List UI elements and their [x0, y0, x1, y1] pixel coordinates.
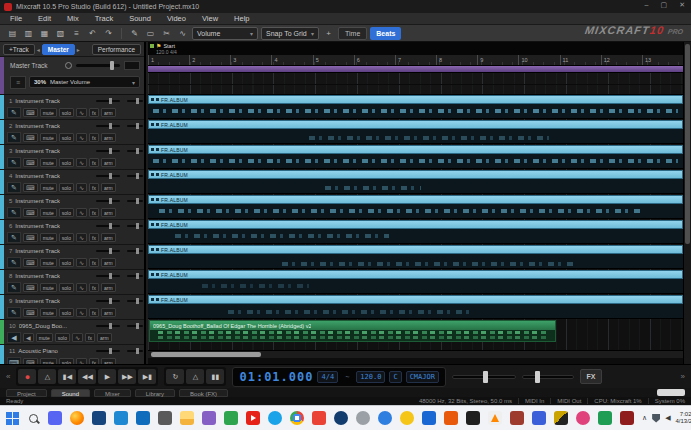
track-volume-slider[interactable] [96, 325, 120, 327]
play-button[interactable]: ▶ [98, 369, 116, 384]
key-value[interactable]: C [389, 371, 401, 383]
horizontal-scrollbar-thumb[interactable] [151, 352, 261, 357]
midi-clip-body[interactable] [148, 154, 683, 169]
track-image[interactable]: ✎ [7, 307, 21, 318]
track-image[interactable]: ✎ [7, 157, 21, 168]
track-image[interactable]: ✎ [7, 282, 21, 293]
arm-button[interactable]: arm [101, 308, 116, 317]
status-midi-in[interactable]: MIDI In [525, 398, 544, 404]
automation-icon[interactable]: ∿ [76, 183, 87, 192]
track-volume-slider[interactable] [96, 350, 120, 352]
master-fx-button[interactable]: FX [580, 369, 602, 384]
app-icon-navy[interactable] [334, 411, 348, 425]
chrome-icon[interactable] [290, 411, 304, 425]
midi-clip[interactable]: FR.ALBUM [148, 270, 683, 279]
automation-icon[interactable]: ∿ [76, 133, 87, 142]
track-volume-slider[interactable] [96, 100, 120, 102]
track-image[interactable]: ⌨ [7, 357, 21, 364]
start-icon[interactable] [6, 412, 19, 425]
track-volume-slider[interactable] [96, 250, 120, 252]
app-icon-yellow[interactable] [400, 411, 414, 425]
mute-button[interactable]: mute [40, 283, 57, 292]
mute-button[interactable]: mute [40, 208, 57, 217]
automation-icon[interactable]: ∿ [76, 258, 87, 267]
performance-button[interactable]: Performance [92, 44, 141, 55]
track-image[interactable]: ✎ [7, 182, 21, 193]
solo-button[interactable]: solo [59, 183, 74, 192]
automation-icon[interactable]: ∿ [76, 158, 87, 167]
master-volume-slider[interactable] [76, 64, 120, 67]
beats-mode-button[interactable]: Beats [370, 27, 401, 40]
automation-icon[interactable]: ∿ [76, 233, 87, 242]
tab-project[interactable]: Project [6, 389, 47, 397]
track-pan-slider[interactable] [127, 350, 143, 352]
mute-button[interactable]: mute [36, 333, 53, 342]
midi-clip[interactable]: FR.ALBUM [148, 295, 683, 304]
redo-icon[interactable]: ↷ [102, 27, 115, 40]
maximize-icon[interactable]: ▢ [661, 1, 668, 9]
midi-clip-body[interactable] [148, 229, 683, 244]
solo-button[interactable]: solo [55, 333, 70, 342]
tab-book-fx[interactable]: Book (FX) [179, 389, 228, 397]
time-signature[interactable]: 4/4 [317, 371, 338, 383]
arm-button[interactable]: arm [101, 133, 116, 142]
lane-10-audio[interactable]: 0965_Doug Boothoff_Ballad Of Edgar The H… [148, 320, 683, 342]
track-row-4[interactable]: 4Instrument Track ✎⌨mutesolo∿fxarm [0, 170, 146, 195]
user-icon[interactable] [356, 411, 370, 425]
envelope-tool-icon[interactable]: ∿ [176, 27, 189, 40]
instrument-icon[interactable]: ⌨ [23, 258, 38, 267]
menu-sound[interactable]: Sound [129, 14, 151, 23]
track-pan-slider[interactable] [127, 250, 143, 252]
mute-button[interactable]: mute [40, 233, 57, 242]
fx-button[interactable]: fx [89, 233, 99, 242]
chevron-right-icon[interactable]: ▸ [77, 46, 80, 53]
app-icon-yellow-black[interactable] [554, 411, 568, 425]
track-row-6[interactable]: 6Instrument Track ✎⌨mutesolo∿fxarm [0, 220, 146, 245]
mute-button[interactable]: mute [40, 183, 57, 192]
store-icon[interactable] [136, 411, 150, 425]
automation-icon[interactable]: ∿ [72, 333, 83, 342]
track-pan-slider[interactable] [127, 150, 143, 152]
firefox-icon[interactable] [70, 411, 84, 425]
tab-library[interactable]: Library [135, 389, 175, 397]
midi-clip[interactable]: FR.ALBUM [148, 145, 683, 154]
track-pan-slider[interactable] [127, 125, 143, 127]
lane-1[interactable]: FR.ALBUM [148, 95, 683, 120]
empty-lane-area[interactable] [148, 342, 683, 350]
lane-4[interactable]: FR.ALBUM [148, 170, 683, 195]
status-midi-out[interactable]: MIDI Out [557, 398, 581, 404]
terminal-icon[interactable] [466, 411, 480, 425]
track-row-9[interactable]: 9Instrument Track ✎⌨mutesolo∿fxarm [0, 295, 146, 320]
track-image[interactable]: ✎ [7, 107, 21, 118]
audio-clip[interactable]: 0965_Doug Boothoff_Ballad Of Edgar The H… [149, 320, 556, 342]
midi-clip-body[interactable] [148, 104, 683, 119]
app-icon-pen[interactable] [532, 411, 546, 425]
master-track-section[interactable]: Master Track ≡ 30% Master Volume ▾ [0, 57, 144, 95]
instrument-icon[interactable]: ⌨ [23, 283, 38, 292]
arm-button[interactable]: arm [101, 108, 116, 117]
fx-button[interactable]: fx [89, 208, 99, 217]
automation-type-select[interactable]: Volume ▾ [192, 27, 258, 40]
arm-button[interactable]: arm [97, 333, 112, 342]
pencil-tool-icon[interactable]: ✎ [128, 27, 141, 40]
tempo-tap-icon[interactable]: ~ [342, 372, 352, 382]
track-volume-slider[interactable] [96, 300, 120, 302]
track-row-11[interactable]: 11Acoustic Piano ⌨⌨mutesolo∿fxarm [0, 345, 146, 364]
fx-button[interactable]: fx [89, 183, 99, 192]
arm-button[interactable]: arm [101, 233, 116, 242]
metronome-settings-button[interactable]: △ [186, 369, 204, 384]
solo-button[interactable]: solo [59, 283, 74, 292]
track-volume-slider[interactable] [96, 200, 120, 202]
app-icon-pink[interactable] [576, 411, 590, 425]
settings-icon[interactable] [158, 411, 172, 425]
tray-volume-icon[interactable]: ◀ [665, 414, 670, 422]
automation-lane-selector[interactable]: 30% Master Volume ▾ [29, 76, 140, 88]
track-pan-slider[interactable] [127, 225, 143, 227]
instrument-icon[interactable]: ⌨ [23, 108, 38, 117]
plus-icon[interactable]: + [322, 27, 335, 40]
go-to-start-button[interactable]: ▮◀ [58, 369, 76, 384]
midi-clip-body[interactable] [148, 129, 683, 144]
undo-icon[interactable]: ↶ [86, 27, 99, 40]
gmail-icon[interactable] [312, 411, 326, 425]
arm-button[interactable]: arm [101, 258, 116, 267]
